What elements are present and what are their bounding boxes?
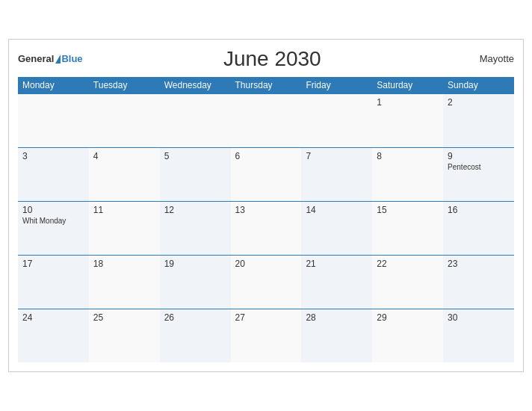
day-header-friday: Friday (301, 77, 372, 94)
day-cell: 28 (301, 309, 372, 362)
day-number: 13 (235, 205, 297, 215)
day-number: 20 (235, 259, 297, 269)
day-cell: 21 (301, 255, 372, 309)
day-number: 12 (164, 205, 226, 215)
day-cell (301, 93, 372, 147)
calendar-thead: MondayTuesdayWednesdayThursdayFridaySatu… (18, 77, 514, 94)
day-cell: 20 (231, 255, 302, 309)
day-cell: 24 (18, 309, 89, 362)
day-number: 18 (93, 259, 155, 269)
day-cell (89, 93, 160, 147)
calendar-tbody: 123456789Pentecost10Whit Monday111213141… (18, 93, 514, 362)
day-cell: 14 (301, 201, 372, 255)
week-row-2: 10Whit Monday111213141516 (18, 201, 514, 255)
days-header-row: MondayTuesdayWednesdayThursdayFridaySatu… (18, 77, 514, 94)
day-cell: 15 (372, 201, 443, 255)
day-header-monday: Monday (18, 77, 89, 94)
day-cell: 29 (372, 309, 443, 362)
day-number: 19 (164, 259, 226, 269)
day-number: 24 (22, 312, 84, 323)
logo: General Blue (18, 54, 83, 64)
day-cell: 1 (372, 93, 443, 147)
day-number: 16 (448, 205, 510, 215)
day-cell: 19 (160, 255, 231, 309)
day-number: 6 (235, 151, 297, 161)
week-row-1: 3456789Pentecost (18, 147, 514, 201)
day-cell: 10Whit Monday (18, 201, 89, 255)
day-number: 8 (377, 151, 439, 161)
day-cell: 27 (231, 309, 302, 362)
calendar-table: MondayTuesdayWednesdayThursdayFridaySatu… (18, 77, 514, 363)
day-number: 2 (448, 97, 510, 108)
day-number: 21 (306, 259, 368, 269)
day-number: 28 (306, 312, 368, 323)
day-number: 25 (93, 312, 155, 323)
day-number: 9 (448, 151, 510, 161)
day-number: 5 (164, 151, 226, 161)
calendar-header: General Blue June 2030 Mayotte (18, 47, 514, 71)
day-number: 7 (306, 151, 368, 161)
day-cell: 12 (160, 201, 231, 255)
day-header-wednesday: Wednesday (160, 77, 231, 94)
day-number: 11 (93, 205, 155, 215)
day-number: 15 (377, 205, 439, 215)
day-number: 26 (164, 312, 226, 323)
week-row-4: 24252627282930 (18, 309, 514, 362)
day-cell: 13 (231, 201, 302, 255)
day-header-saturday: Saturday (372, 77, 443, 94)
day-cell: 25 (89, 309, 160, 362)
day-number: 23 (448, 259, 510, 269)
day-cell: 5 (160, 147, 231, 201)
day-cell (160, 93, 231, 147)
logo-blue-text: Blue (61, 54, 82, 64)
day-cell: 2 (443, 93, 514, 147)
day-number: 29 (377, 312, 439, 323)
week-row-3: 17181920212223 (18, 255, 514, 309)
day-cell: 4 (89, 147, 160, 201)
day-number: 22 (377, 259, 439, 269)
week-row-0: 12 (18, 93, 514, 147)
day-number: 4 (93, 151, 155, 161)
day-cell: 26 (160, 309, 231, 362)
day-header-sunday: Sunday (443, 77, 514, 94)
day-cell (18, 93, 89, 147)
day-cell: 30 (443, 309, 514, 362)
day-cell: 8 (372, 147, 443, 201)
day-cell: 18 (89, 255, 160, 309)
day-event: Whit Monday (22, 217, 84, 225)
day-number: 1 (377, 97, 439, 108)
day-cell: 9Pentecost (443, 147, 514, 201)
day-number: 3 (22, 151, 84, 161)
logo-general-text: General (18, 54, 54, 64)
logo-triangle-icon (55, 55, 61, 64)
day-cell (231, 93, 302, 147)
day-cell: 6 (231, 147, 302, 201)
day-cell: 22 (372, 255, 443, 309)
day-cell: 3 (18, 147, 89, 201)
day-header-thursday: Thursday (231, 77, 302, 94)
day-number: 27 (235, 312, 297, 323)
day-event: Pentecost (448, 163, 510, 171)
day-cell: 7 (301, 147, 372, 201)
day-cell: 16 (443, 201, 514, 255)
calendar-region: Mayotte (462, 53, 514, 64)
day-number: 10 (22, 205, 84, 215)
day-header-tuesday: Tuesday (89, 77, 160, 94)
calendar-title: June 2030 (83, 47, 462, 71)
day-cell: 17 (18, 255, 89, 309)
calendar-container: General Blue June 2030 Mayotte MondayTue… (8, 39, 524, 373)
day-number: 30 (448, 312, 510, 323)
day-number: 17 (22, 259, 84, 269)
day-cell: 23 (443, 255, 514, 309)
day-cell: 11 (89, 201, 160, 255)
day-number: 14 (306, 205, 368, 215)
